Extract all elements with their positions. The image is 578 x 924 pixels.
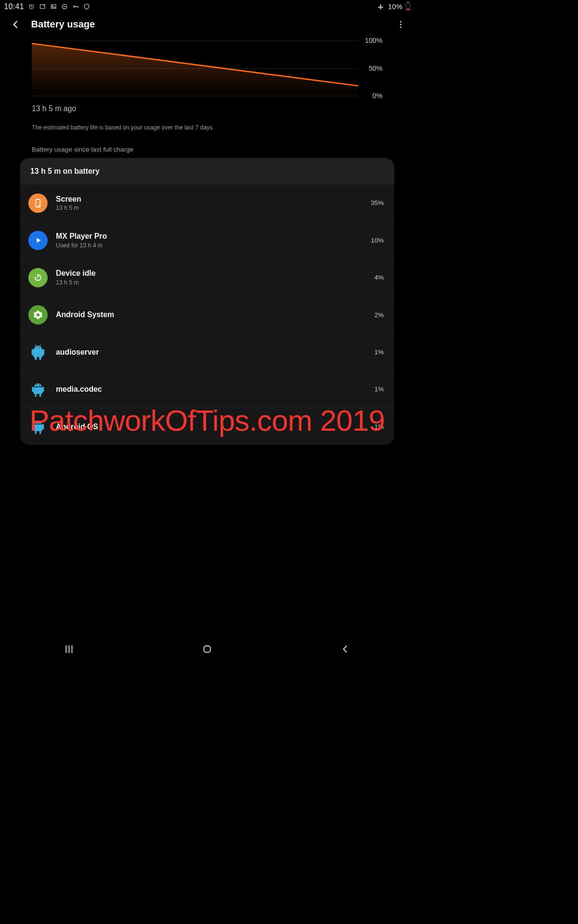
- status-battery-text: 10%: [388, 2, 403, 10]
- row-title: Device idle: [56, 269, 366, 278]
- row-sub: 13 h 5 m: [56, 279, 366, 286]
- row-pct: 1%: [374, 385, 384, 393]
- svg-point-16: [36, 347, 37, 348]
- chart-note: The estimated battery life is based on y…: [32, 124, 382, 131]
- status-time: 10:41: [4, 2, 24, 11]
- row-title: Screen: [56, 194, 362, 204]
- svg-point-21: [39, 422, 40, 423]
- usage-row-screen[interactable]: Screen 13 h 5 m 35%: [20, 184, 394, 221]
- chart-ylabel-50: 50%: [368, 64, 382, 72]
- usage-row-mxplayer[interactable]: MX Player Pro Used for 13 h 4 m 10%: [20, 221, 394, 258]
- row-pct: 35%: [371, 199, 384, 207]
- battery-chart[interactable]: 100% 50% 0%: [32, 41, 382, 96]
- usage-card: 13 h 5 m on battery Screen 13 h 5 m 35% …: [20, 158, 394, 445]
- row-pct: 4%: [374, 274, 384, 282]
- svg-point-17: [39, 347, 40, 348]
- svg-point-19: [39, 385, 40, 385]
- usage-row-androidos[interactable]: Android OS 1%: [20, 408, 394, 445]
- android-icon: [28, 342, 48, 361]
- play-icon: [28, 231, 48, 250]
- section-label: Battery usage since last full charge: [32, 145, 382, 153]
- usage-row-mediacodec[interactable]: media.codec 1%: [20, 371, 394, 408]
- power-icon: [28, 268, 48, 287]
- battery-icon: [406, 3, 410, 11]
- more-button[interactable]: [395, 19, 407, 30]
- svg-point-8: [400, 26, 402, 28]
- svg-point-5: [73, 6, 75, 8]
- alarm-icon: [27, 3, 35, 11]
- status-right: 10%: [377, 2, 410, 10]
- back-button[interactable]: [10, 19, 21, 30]
- svg-rect-25: [204, 646, 210, 652]
- row-title: Android System: [56, 310, 366, 320]
- row-pct: 1%: [374, 348, 384, 356]
- row-pct: 2%: [374, 311, 384, 319]
- row-sub: 13 h 5 m: [56, 205, 362, 211]
- chart-section: 100% 50% 0% 13 h 5 m ago The estimated b…: [0, 41, 414, 154]
- navigation-bar: [0, 636, 414, 662]
- gear-icon: [28, 305, 48, 324]
- svg-marker-13: [37, 238, 40, 243]
- row-sub: Used for 13 h 4 m: [56, 242, 362, 249]
- svg-point-12: [39, 205, 40, 206]
- dnd-icon: [61, 3, 68, 11]
- android-icon: [28, 380, 48, 399]
- row-title: audioserver: [56, 347, 366, 357]
- row-pct: 10%: [371, 236, 384, 244]
- shield-icon: [83, 3, 91, 11]
- svg-marker-9: [32, 43, 358, 96]
- android-icon: [28, 417, 48, 436]
- chart-ylabel-100: 100%: [365, 37, 382, 44]
- nav-back-button[interactable]: [335, 642, 355, 656]
- screen-icon: [28, 193, 48, 213]
- row-title: media.codec: [56, 385, 366, 394]
- row-title: Android OS: [56, 422, 366, 431]
- usage-row-idle[interactable]: Device idle 13 h 5 m 4%: [20, 259, 394, 296]
- row-title: MX Player Pro: [56, 231, 362, 241]
- chart-line: [32, 41, 358, 96]
- svg-rect-2: [51, 4, 56, 8]
- chart-time-ago: 13 h 5 m ago: [32, 104, 382, 113]
- title-bar: Battery usage: [0, 13, 414, 41]
- nav-home-button[interactable]: [197, 642, 218, 656]
- svg-point-20: [36, 422, 37, 423]
- vpn-icon: [72, 3, 79, 11]
- svg-point-7: [400, 24, 402, 25]
- nav-recents-button[interactable]: [59, 642, 79, 656]
- chart-ylabel-0: 0%: [372, 92, 382, 100]
- status-bar: 10:41 10%: [0, 0, 414, 13]
- usage-row-system[interactable]: Android System 2%: [20, 296, 394, 333]
- page-title: Battery usage: [31, 19, 385, 30]
- image-icon: [50, 3, 57, 11]
- svg-point-18: [36, 385, 37, 385]
- row-pct: 1%: [374, 423, 384, 430]
- card-header: 13 h 5 m on battery: [20, 158, 394, 184]
- screenshot-icon: [39, 3, 46, 11]
- svg-point-6: [400, 21, 402, 23]
- airplane-icon: [377, 3, 385, 11]
- status-left: 10:41: [4, 2, 91, 11]
- usage-row-audioserver[interactable]: audioserver 1%: [20, 333, 394, 370]
